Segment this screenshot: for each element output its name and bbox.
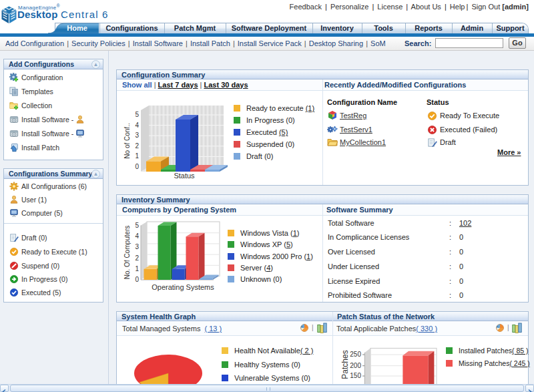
svg-text:1: 1	[135, 152, 139, 160]
svg-text:2: 2	[135, 142, 139, 150]
svg-text:Status: Status	[174, 172, 195, 180]
svg-text:2: 2	[135, 254, 139, 262]
svg-text:150: 150	[350, 372, 361, 379]
svg-text:No of Conf..: No of Conf..	[123, 123, 131, 158]
svg-text:250: 250	[350, 351, 361, 358]
svg-text:200: 200	[350, 362, 361, 369]
svg-text:5: 5	[135, 222, 139, 229]
svg-text:0: 0	[135, 163, 139, 170]
svg-text:No. Of Computers: No. Of Computers	[123, 226, 131, 280]
svg-text:Patches: Patches	[341, 350, 350, 379]
svg-text:5: 5	[135, 111, 139, 118]
svg-text:3: 3	[135, 132, 139, 139]
svg-text:Operating Systems: Operating Systems	[152, 283, 214, 291]
svg-text:3: 3	[135, 243, 139, 250]
svg-text:4: 4	[135, 232, 139, 240]
svg-text:4: 4	[135, 122, 139, 129]
svg-text:1: 1	[135, 265, 139, 272]
svg-text:0: 0	[135, 276, 139, 283]
